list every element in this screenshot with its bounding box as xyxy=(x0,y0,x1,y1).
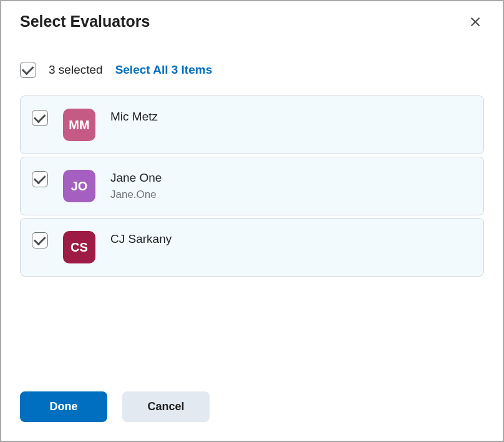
evaluator-checkbox[interactable] xyxy=(32,110,48,126)
select-all-link[interactable]: Select All 3 Items xyxy=(115,63,213,77)
dialog-header: Select Evaluators xyxy=(1,1,503,31)
avatar: CS xyxy=(63,231,95,263)
list-item[interactable]: CS CJ Sarkany xyxy=(20,218,484,277)
evaluator-name: CJ Sarkany xyxy=(110,232,172,246)
evaluator-list: MM Mic Metz JO Jane One Jane.One CS CJ S… xyxy=(20,96,484,277)
list-item[interactable]: JO Jane One Jane.One xyxy=(20,157,484,215)
select-all-checkbox[interactable] xyxy=(20,62,36,78)
avatar: MM xyxy=(63,109,95,141)
close-button[interactable] xyxy=(467,13,484,31)
dialog-title: Select Evaluators xyxy=(20,12,150,31)
list-item[interactable]: MM Mic Metz xyxy=(20,96,484,154)
dialog-footer: Done Cancel xyxy=(1,391,503,441)
evaluator-checkbox[interactable] xyxy=(32,171,48,187)
close-icon xyxy=(469,16,482,28)
avatar: JO xyxy=(63,170,95,202)
done-button[interactable]: Done xyxy=(20,391,107,422)
evaluator-text: CJ Sarkany xyxy=(110,231,172,246)
selection-summary: 3 selected Select All 3 Items xyxy=(20,62,484,78)
dialog-content: 3 selected Select All 3 Items MM Mic Met… xyxy=(1,31,503,391)
evaluator-checkbox[interactable] xyxy=(32,232,48,248)
evaluator-subtext: Jane.One xyxy=(110,189,162,201)
evaluator-text: Mic Metz xyxy=(110,109,158,124)
selected-count-label: 3 selected xyxy=(49,63,103,77)
cancel-button[interactable]: Cancel xyxy=(122,391,210,422)
evaluator-name: Mic Metz xyxy=(110,110,158,124)
evaluator-text: Jane One Jane.One xyxy=(110,170,162,201)
evaluator-name: Jane One xyxy=(110,171,162,185)
